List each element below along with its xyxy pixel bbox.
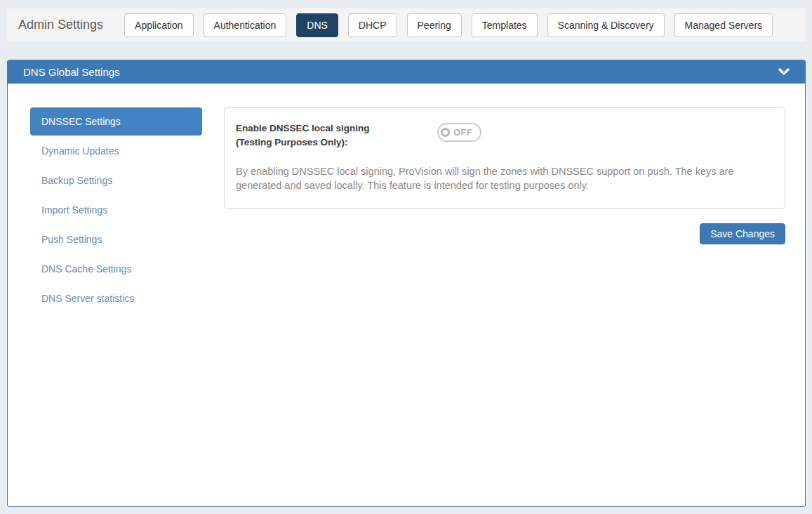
tab-authentication[interactable]: Authentication xyxy=(204,13,287,37)
sidebar-item-label: DNSSEC Settings xyxy=(41,116,121,127)
tab-managed-servers[interactable]: Managed Servers xyxy=(674,13,773,37)
tab-peering[interactable]: Peering xyxy=(407,13,462,37)
sidebar-item-label: DNS Cache Settings xyxy=(41,263,131,275)
sidebar-item-label: DNS Server statistics xyxy=(41,293,134,304)
tab-dns[interactable]: DNS xyxy=(296,13,338,37)
sidebar-item-dynamic-updates[interactable]: Dynamic Updates xyxy=(30,137,202,165)
panel-body: DNSSEC Settings Dynamic Updates Backup S… xyxy=(8,84,805,314)
toggle-state-label: OFF xyxy=(453,127,473,138)
sidebar-item-label: Backup Settings xyxy=(41,175,112,186)
admin-settings-header: Admin Settings Application Authenticatio… xyxy=(7,8,806,41)
chevron-down-icon[interactable] xyxy=(778,68,790,77)
dns-settings-sidebar: DNSSEC Settings Dynamic Updates Backup S… xyxy=(30,107,202,314)
panel-title: DNS Global Settings xyxy=(23,66,120,78)
dnssec-signing-label-line1: Enable DNSSEC local signing xyxy=(236,121,437,136)
panel-header: DNS Global Settings xyxy=(8,60,805,84)
dnssec-setting-box: Enable DNSSEC local signing (Testing Pur… xyxy=(224,107,785,209)
sidebar-item-label: Import Settings xyxy=(41,204,107,216)
dnssec-settings-content: Enable DNSSEC local signing (Testing Pur… xyxy=(224,107,785,314)
save-changes-button[interactable]: Save Changes xyxy=(700,223,785,244)
toggle-knob-icon xyxy=(441,128,450,137)
save-row: Save Changes xyxy=(224,223,785,244)
dns-global-settings-panel: DNS Global Settings DNSSEC Settings Dyna… xyxy=(7,60,806,507)
dnssec-setting-row: Enable DNSSEC local signing (Testing Pur… xyxy=(236,121,773,150)
sidebar-item-dns-server-statistics[interactable]: DNS Server statistics xyxy=(30,284,202,312)
sidebar-item-label: Push Settings xyxy=(41,234,102,245)
sidebar-item-backup-settings[interactable]: Backup Settings xyxy=(30,166,202,195)
dnssec-signing-label-line2: (Testing Purposes Only): xyxy=(236,136,437,150)
sidebar-item-label: Dynamic Updates xyxy=(41,145,119,157)
tab-scanning-discovery[interactable]: Scanning & Discovery xyxy=(547,13,665,37)
tab-templates[interactable]: Templates xyxy=(472,13,538,37)
settings-tab-bar: Application Authentication DNS DHCP Peer… xyxy=(124,13,773,37)
tab-application[interactable]: Application xyxy=(124,13,194,37)
sidebar-item-dnssec-settings[interactable]: DNSSEC Settings xyxy=(30,107,202,136)
dnssec-signing-label: Enable DNSSEC local signing (Testing Pur… xyxy=(236,121,437,150)
dnssec-signing-toggle[interactable]: OFF xyxy=(437,123,481,142)
sidebar-item-dns-cache-settings[interactable]: DNS Cache Settings xyxy=(30,255,202,283)
sidebar-item-import-settings[interactable]: Import Settings xyxy=(30,196,202,224)
dnssec-signing-description: By enabling DNSSEC local signing, ProVis… xyxy=(236,164,773,192)
tab-dhcp[interactable]: DHCP xyxy=(348,13,397,37)
page-title: Admin Settings xyxy=(18,18,103,32)
sidebar-item-push-settings[interactable]: Push Settings xyxy=(30,225,202,253)
